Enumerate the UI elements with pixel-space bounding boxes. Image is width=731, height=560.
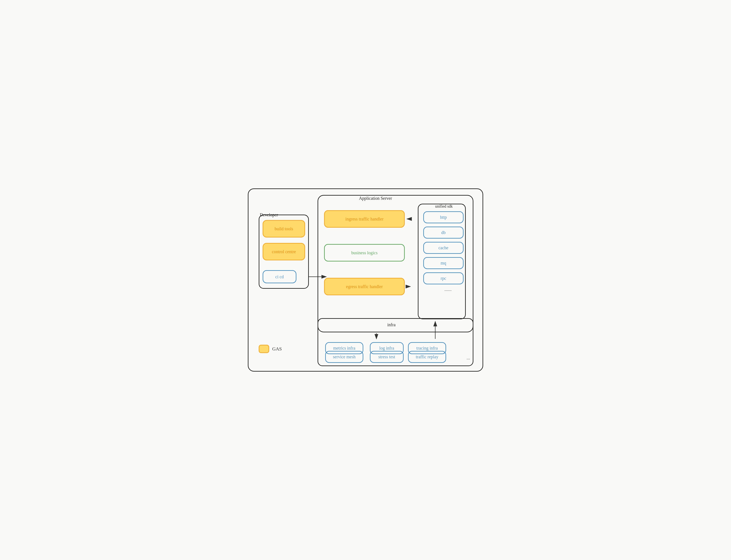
control-centre-label: control centre [272,249,296,254]
build-tools-label: build tools [275,226,293,231]
ci-cd-box: ci cd [263,270,297,283]
infra-label: infra [387,322,395,327]
sdk-cache-box: cache [423,242,463,254]
sdk-rpc-label: rpc [441,276,446,281]
legend-label: GAS [272,346,282,352]
diagram-wrapper: Developer build tools control centre ci … [246,186,485,374]
control-centre-box: control centre [263,243,305,260]
sdk-http-label: http [440,215,447,220]
stress-test-box: stress test [370,351,403,363]
sdk-http-box: http [423,211,463,223]
sdk-db-box: db [423,227,463,239]
stress-test-label: stress test [378,354,395,359]
app-server-label: Application Server [359,196,392,201]
sdk-dots: ...... [444,287,451,292]
tracing-infra-label: tracing infra [416,346,438,351]
sdk-mq-box: mq [423,257,463,269]
ingress-handler-box: ingress traffic handler [324,210,405,228]
legend: GAS [259,345,282,353]
build-tools-box: build tools [263,220,305,237]
business-logics-label: business logics [351,250,378,255]
egress-handler-box: egress traffic handler [324,278,405,295]
legend-icon [259,345,269,353]
infra-dots: ... [467,355,470,361]
log-infra-label: log infra [379,346,394,351]
metrics-infra-label: metrics infra [333,346,356,351]
service-mesh-label: service mesh [333,354,356,359]
egress-handler-label: egress traffic handler [346,284,383,289]
service-mesh-box: service mesh [325,351,363,363]
ci-cd-label: ci cd [275,274,284,279]
sdk-cache-label: cache [438,245,448,250]
ingress-handler-label: ingress traffic handler [345,217,383,222]
unified-sdk-label: unified sdk [435,204,453,209]
business-logics-box: business logics [324,244,405,261]
sdk-mq-label: mq [441,261,446,266]
traffic-replay-label: traffic replay [416,354,438,359]
sdk-db-label: db [441,230,446,235]
developer-label: Developer [260,212,278,217]
sdk-rpc-box: rpc [423,272,463,284]
traffic-replay-box: traffic replay [408,351,446,363]
